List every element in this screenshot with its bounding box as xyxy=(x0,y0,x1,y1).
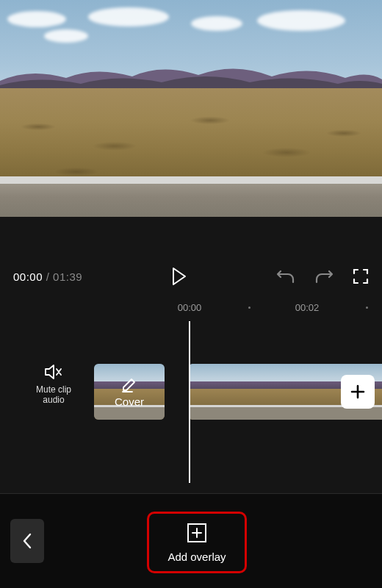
redo-button[interactable] xyxy=(314,268,334,284)
mute-clip-audio-button[interactable]: Mute clip audio xyxy=(28,364,79,405)
back-button[interactable] xyxy=(10,519,44,563)
plus-icon xyxy=(349,383,367,401)
mute-label-line2: audio xyxy=(28,395,79,405)
chevron-left-icon xyxy=(22,532,32,550)
clip-frame xyxy=(190,364,238,420)
add-clip-button[interactable] xyxy=(341,375,375,409)
speaker-mute-icon xyxy=(44,364,63,380)
main-track: Mute clip audio Cover xyxy=(0,364,382,421)
clip-frame xyxy=(238,364,286,420)
play-icon xyxy=(172,268,187,285)
fullscreen-icon xyxy=(353,268,369,284)
video-preview[interactable] xyxy=(0,0,382,217)
plus-box-icon xyxy=(187,523,207,543)
ruler-dot xyxy=(366,306,368,309)
ruler-mark: 00:02 xyxy=(295,302,320,313)
time-display: 00:00 / 01:39 xyxy=(13,270,82,283)
playback-controls: 00:00 / 01:39 xyxy=(0,255,382,298)
duration: 01:39 xyxy=(53,270,82,283)
redo-icon xyxy=(314,268,334,284)
undo-icon xyxy=(276,268,295,284)
play-button[interactable] xyxy=(164,268,195,285)
clip-frame xyxy=(286,364,334,420)
pencil-icon xyxy=(121,376,137,392)
bottom-toolbar: Add overlay xyxy=(0,493,382,588)
preview-gap xyxy=(0,217,382,255)
preview-road xyxy=(0,176,382,217)
timeline-ruler[interactable]: 00:00 00:02 xyxy=(0,298,382,321)
ruler-dot xyxy=(248,306,251,309)
fullscreen-button[interactable] xyxy=(353,268,369,284)
time-separator: / xyxy=(43,270,53,283)
add-overlay-label: Add overlay xyxy=(167,551,226,563)
mute-label-line1: Mute clip xyxy=(28,384,79,395)
ruler-mark: 00:00 xyxy=(178,302,202,313)
cover-button[interactable]: Cover xyxy=(94,364,165,420)
undo-button[interactable] xyxy=(276,268,295,284)
current-time: 00:00 xyxy=(13,270,43,283)
add-overlay-button[interactable]: Add overlay xyxy=(147,512,247,573)
timeline[interactable]: Mute clip audio Cover xyxy=(0,321,382,494)
playhead[interactable] xyxy=(189,321,190,483)
cover-label: Cover xyxy=(115,395,144,408)
